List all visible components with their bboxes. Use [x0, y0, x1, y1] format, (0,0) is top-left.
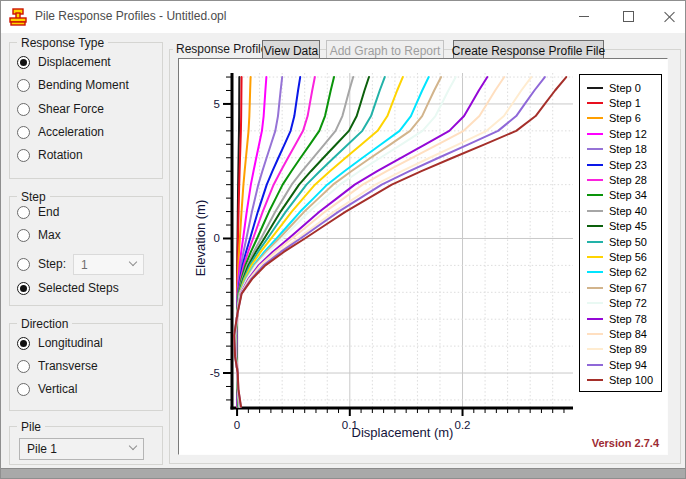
- legend-swatch: [587, 348, 603, 350]
- legend-swatch: [587, 379, 603, 381]
- legend-item: Step 89: [580, 342, 661, 357]
- radio-icon: [17, 103, 30, 116]
- legend-item: Step 50: [580, 234, 661, 249]
- legend-item: Step 72: [580, 295, 661, 310]
- window-bottom-edge: [1, 468, 685, 478]
- legend-item: Step 12: [580, 126, 661, 141]
- minimize-button[interactable]: [561, 1, 606, 32]
- legend-label: Step 23: [609, 159, 647, 171]
- y-axis-title: Elevation (m): [193, 178, 209, 298]
- legend-label: Step 34: [609, 189, 647, 201]
- legend-swatch: [587, 318, 603, 320]
- legend-item: Step 1: [580, 95, 661, 110]
- legend-item: Step 6: [580, 111, 661, 126]
- legend-label: Step 67: [609, 282, 647, 294]
- legend-item: Step 34: [580, 188, 661, 203]
- legend-label: Step 89: [609, 343, 647, 355]
- group-pile-label: Pile: [17, 420, 45, 434]
- legend-label: Step 84: [609, 328, 647, 340]
- legend-label: Step 40: [609, 205, 647, 217]
- group-direction-label: Direction: [17, 317, 72, 331]
- window-title: Pile Response Profiles - Untitled.opl: [35, 9, 226, 23]
- legend-label: Step 72: [609, 297, 647, 309]
- radio-vertical[interactable]: Vertical: [17, 378, 77, 400]
- series-curve-step-56: [236, 77, 403, 407]
- minimize-icon: [579, 16, 589, 17]
- legend-item: Step 18: [580, 142, 661, 157]
- legend-swatch: [587, 210, 603, 212]
- legend-label: Step 12: [609, 128, 647, 140]
- legend-swatch: [587, 102, 603, 104]
- radio-transverse[interactable]: Transverse: [17, 355, 98, 377]
- legend-item: Step 84: [580, 326, 661, 341]
- legend-label: Step 94: [609, 359, 647, 371]
- legend-item: Step 62: [580, 265, 661, 280]
- legend-swatch: [587, 148, 603, 150]
- x-axis-title: Displacement (m): [232, 425, 573, 440]
- radio-step[interactable]: Step:: [17, 253, 66, 275]
- legend-swatch: [587, 87, 603, 89]
- radio-max[interactable]: Max: [17, 224, 61, 246]
- version-label: Version 2.7.4: [592, 437, 659, 449]
- radio-end[interactable]: End: [17, 201, 59, 223]
- radio-icon: [17, 360, 30, 373]
- legend-item: Step 100: [580, 372, 661, 387]
- radio-icon: [17, 56, 30, 69]
- radio-icon: [17, 79, 30, 92]
- radio-icon: [17, 149, 30, 162]
- legend-label: Step 0: [609, 82, 641, 94]
- legend-item: Step 0: [580, 80, 661, 95]
- radio-bending-moment[interactable]: Bending Moment: [17, 74, 129, 96]
- legend-swatch: [587, 241, 603, 243]
- legend-item: Step 45: [580, 219, 661, 234]
- legend-swatch: [587, 164, 603, 166]
- legend-item: Step 78: [580, 311, 661, 326]
- title-bar: Pile Response Profiles - Untitled.opl: [1, 1, 685, 33]
- legend-label: Step 18: [609, 143, 647, 155]
- tick-label: 5: [214, 98, 220, 110]
- legend-label: Step 1: [609, 97, 641, 109]
- legend-swatch: [587, 287, 603, 289]
- maximize-button[interactable]: [606, 1, 651, 32]
- legend-item: Step 40: [580, 203, 661, 218]
- legend-item: Step 23: [580, 157, 661, 172]
- radio-icon: [17, 126, 30, 139]
- legend-label: Step 100: [609, 374, 653, 386]
- radio-longitudinal[interactable]: Longitudinal: [17, 332, 103, 354]
- chart-legend: Step 0Step 1Step 6Step 12Step 18Step 23S…: [579, 74, 662, 392]
- radio-displacement[interactable]: Displacement: [17, 51, 111, 73]
- legend-swatch: [587, 271, 603, 273]
- radio-selected-steps[interactable]: Selected Steps: [17, 277, 119, 299]
- radio-acceleration[interactable]: Acceleration: [17, 121, 104, 143]
- legend-swatch: [587, 133, 603, 135]
- radio-icon: [17, 258, 30, 271]
- app-window: Pile Response Profiles - Untitled.opl Re…: [0, 0, 686, 479]
- chevron-down-icon: [130, 259, 137, 266]
- maximize-icon: [623, 11, 634, 22]
- legend-swatch: [587, 117, 603, 119]
- legend-item: Step 67: [580, 280, 661, 295]
- legend-swatch: [587, 194, 603, 196]
- legend-label: Step 45: [609, 220, 647, 232]
- legend-label: Step 50: [609, 236, 647, 248]
- radio-icon: [17, 282, 30, 295]
- legend-label: Step 56: [609, 251, 647, 263]
- legend-item: Step 28: [580, 172, 661, 187]
- radio-rotation[interactable]: Rotation: [17, 144, 83, 166]
- legend-swatch: [587, 333, 603, 335]
- legend-label: Step 62: [609, 266, 647, 278]
- radio-icon: [17, 229, 30, 242]
- legend-swatch: [587, 179, 603, 181]
- chevron-down-icon: [130, 443, 137, 450]
- radio-icon: [17, 206, 30, 219]
- legend-swatch: [587, 256, 603, 258]
- legend-label: Step 28: [609, 174, 647, 186]
- pile-select[interactable]: Pile 1: [19, 438, 144, 460]
- close-icon: [664, 11, 675, 22]
- close-button[interactable]: [651, 1, 686, 32]
- legend-item: Step 94: [580, 357, 661, 372]
- legend-swatch: [587, 302, 603, 304]
- step-number-select[interactable]: 1: [73, 254, 144, 275]
- legend-label: Step 78: [609, 313, 647, 325]
- radio-shear-force[interactable]: Shear Force: [17, 98, 104, 120]
